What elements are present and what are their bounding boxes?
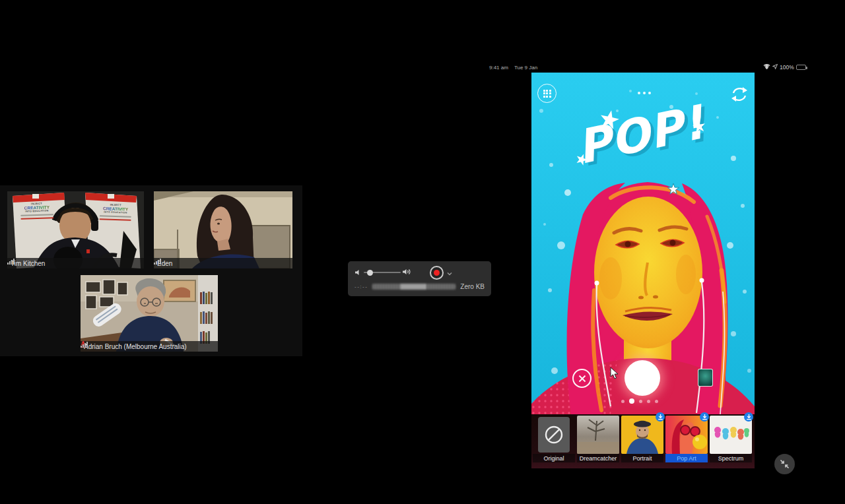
status-bar-right: 100% xyxy=(763,64,806,71)
camera-viewfinder: POP! POP! xyxy=(531,73,755,414)
filter-label: Original xyxy=(533,454,575,462)
participant-tile-adrian[interactable]: Adrian Bruch (Melbourne Australia) xyxy=(81,275,218,352)
filter-label: Spectrum xyxy=(710,454,752,462)
filter-tile-original[interactable]: Original xyxy=(533,416,575,462)
close-button[interactable] xyxy=(572,369,592,388)
filter-label: Portrait xyxy=(621,454,663,462)
video-conference-panel: INJECT CREATIVITY INTO EDUCATION INJECT … xyxy=(0,185,302,356)
record-dot-icon xyxy=(434,270,440,276)
status-bar-left: 9:41 am Tue 9 Jan xyxy=(489,65,537,71)
filter-tile-portrait[interactable]: Portrait xyxy=(621,416,663,462)
participant-name: Adrian Bruch (Melbourne Australia) xyxy=(84,343,209,350)
filter-tile-dreamcatcher[interactable]: Dreamcatcher xyxy=(577,416,619,462)
eden-video-scene xyxy=(154,191,292,268)
battery-icon xyxy=(796,65,806,70)
status-time: 9:41 am xyxy=(489,65,508,71)
mouse-cursor xyxy=(610,367,619,383)
file-size-label: Zero KB xyxy=(460,283,485,290)
download-badge-icon xyxy=(656,412,665,422)
banner-text-left: INJECT CREATIVITY INTO EDUCATION xyxy=(17,201,58,220)
flip-camera-icon[interactable] xyxy=(729,84,750,105)
participant-tile-tim[interactable]: INJECT CREATIVITY INTO EDUCATION INJECT … xyxy=(7,191,144,268)
blurred-filename-area xyxy=(372,284,456,290)
camera-roll-thumbnail[interactable] xyxy=(698,369,713,387)
battery-percent-label: 100% xyxy=(780,64,794,71)
exit-fullscreen-button[interactable] xyxy=(774,454,795,474)
participant-name-bar: Tim Kitchen xyxy=(7,258,144,268)
recording-control-bar: --:-- Zero KB xyxy=(348,261,491,296)
volume-slider-knob[interactable] xyxy=(367,270,373,276)
screen: INJECT CREATIVITY INTO EDUCATION INJECT … xyxy=(0,0,845,504)
participant-tile-eden[interactable]: Eden xyxy=(154,191,292,268)
filter-tile-spectrum[interactable]: Spectrum xyxy=(710,416,752,462)
status-date: Tue 9 Jan xyxy=(514,65,537,71)
location-icon xyxy=(772,64,778,71)
volume-slider[interactable] xyxy=(364,272,401,273)
filter-strip: Original Dreamcatcher xyxy=(531,414,755,468)
filter-label: Dreamcatcher xyxy=(577,454,619,462)
filter-tile-pop-art[interactable]: Pop Art xyxy=(665,416,708,462)
download-badge-icon xyxy=(700,412,709,422)
participant-name-bar: Adrian Bruch (Melbourne Australia) xyxy=(81,341,218,352)
filter-label: Pop Art xyxy=(665,454,708,462)
page-dots[interactable] xyxy=(621,398,658,404)
recorder-status-row: --:-- Zero KB xyxy=(355,282,485,291)
volume-high-icon xyxy=(403,267,412,278)
no-filter-icon xyxy=(538,417,570,453)
banner-text-right: INJECT CREATIVITY INTO EDUCATION xyxy=(96,203,136,221)
wifi-icon xyxy=(763,64,770,71)
lens-grid-icon[interactable] xyxy=(537,84,557,103)
adrian-video-scene xyxy=(81,275,218,352)
participant-name: Tim Kitchen xyxy=(11,260,138,267)
more-options-icon[interactable] xyxy=(634,90,654,96)
download-badge-icon xyxy=(744,412,753,422)
record-duration: --:-- xyxy=(355,284,368,290)
record-button[interactable] xyxy=(430,266,444,280)
phone-mirror: POP! POP! xyxy=(531,73,755,468)
shutter-button[interactable] xyxy=(625,360,660,396)
record-options-chevron-icon[interactable] xyxy=(447,267,452,278)
participant-name-bar: Eden xyxy=(154,258,292,268)
recorder-controls-row xyxy=(355,266,485,279)
volume-low-icon xyxy=(355,267,362,278)
participant-name: Eden xyxy=(157,260,287,267)
